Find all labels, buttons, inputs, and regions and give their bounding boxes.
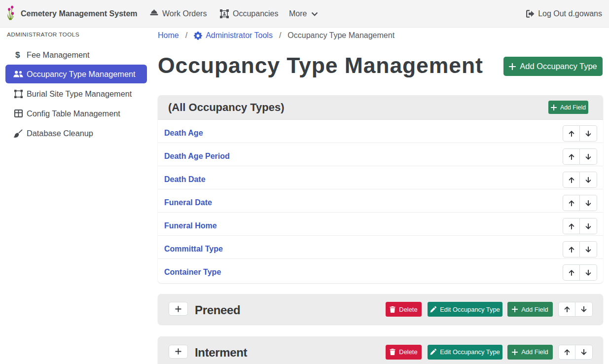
svg-text:$: $ [15,50,20,60]
